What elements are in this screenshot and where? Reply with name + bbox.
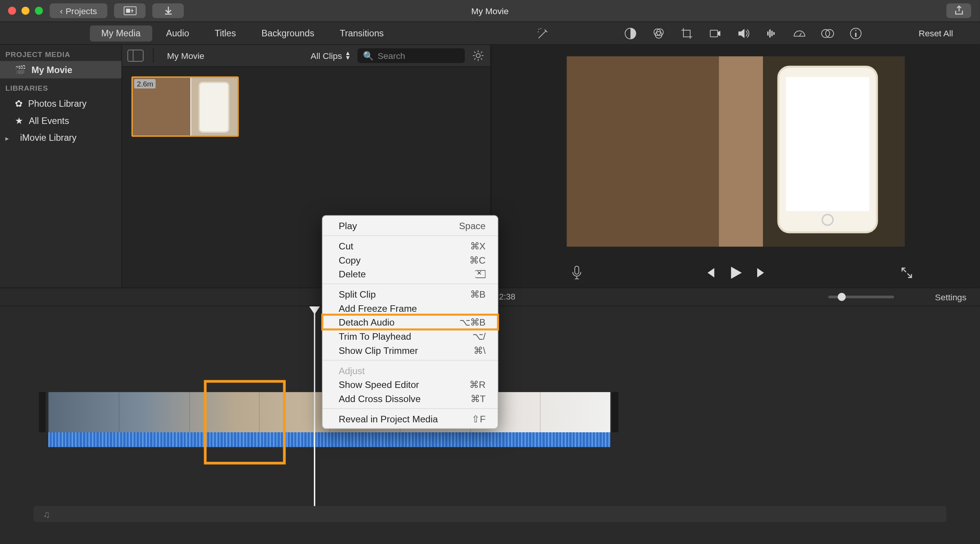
context-menu: PlaySpace Cut⌘X Copy⌘C Delete Split Clip… — [322, 215, 498, 429]
library-tabs-row: My Media Audio Titles Backgrounds Transi… — [0, 22, 980, 45]
viewer-canvas — [492, 45, 980, 258]
music-note-icon: ♫ — [43, 509, 50, 520]
browser-settings-icon[interactable] — [472, 49, 485, 62]
sidebar: PROJECT MEDIA 🎬 My Movie LIBRARIES ✿ Pho… — [0, 45, 122, 287]
selected-clip-highlight — [204, 380, 286, 464]
toggle-sidebar-icon[interactable] — [127, 50, 144, 62]
flower-icon: ✿ — [15, 98, 23, 109]
video-effects-icon[interactable] — [821, 26, 834, 40]
media-clip-thumbnail[interactable]: 2.6m — [131, 77, 238, 137]
sidebar-item-photos-library[interactable]: ✿ Photos Library — [0, 94, 121, 112]
voiceover-icon[interactable] — [571, 265, 583, 280]
ctx-add-freeze-frame[interactable]: Add Freeze Frame — [323, 301, 498, 315]
speed-icon[interactable] — [793, 26, 806, 40]
timeline-duration: 2:38 — [499, 292, 515, 302]
viewer-panel — [492, 45, 980, 287]
import-media-button[interactable] — [114, 3, 145, 18]
color-correction-icon[interactable] — [652, 26, 665, 40]
ctx-show-clip-trimmer[interactable]: Show Clip Trimmer⌘\ — [323, 343, 498, 357]
search-icon: 🔍 — [363, 50, 374, 60]
share-button[interactable] — [946, 3, 971, 18]
sidebar-item-imovie-library[interactable]: iMovie Library — [0, 129, 121, 146]
ctx-cut[interactable]: Cut⌘X — [323, 239, 498, 253]
ctx-adjust: Adjust — [323, 363, 498, 378]
reset-all-button[interactable]: Reset All — [919, 28, 953, 38]
svg-rect-1 — [126, 9, 130, 13]
tab-titles[interactable]: Titles — [203, 22, 247, 45]
audio-waveform[interactable] — [48, 432, 610, 447]
sidebar-heading-libraries: LIBRARIES — [0, 78, 121, 94]
zoom-window-icon[interactable] — [35, 7, 43, 15]
sidebar-heading-project-media: PROJECT MEDIA — [0, 45, 121, 61]
window-controls — [8, 7, 43, 15]
divider — [153, 48, 154, 63]
ctx-copy[interactable]: Copy⌘C — [323, 253, 498, 267]
minimize-window-icon[interactable] — [21, 7, 29, 15]
timeline-settings-button[interactable]: Settings — [935, 292, 966, 302]
clip-start-handle[interactable] — [39, 392, 46, 432]
ctx-separator — [323, 408, 498, 409]
stabilization-icon[interactable] — [708, 26, 722, 40]
ctx-add-cross-dissolve[interactable]: Add Cross Dissolve⌘T — [323, 391, 498, 406]
color-balance-icon[interactable] — [624, 26, 637, 40]
ctx-detach-audio[interactable]: Detach Audio⌥⌘B — [323, 315, 498, 329]
clapper-icon: 🎬 — [15, 64, 26, 75]
clip-filter-dropdown[interactable]: All Clips ▲▼ — [310, 50, 351, 60]
close-window-icon[interactable] — [8, 7, 16, 15]
clip-duration-badge: 2.6m — [134, 79, 156, 89]
preview-content — [777, 66, 878, 233]
ctx-separator — [323, 360, 498, 361]
playback-controls — [492, 258, 980, 288]
ctx-separator — [323, 283, 498, 284]
ctx-trim-to-playhead[interactable]: Trim To Playhead⌥/ — [323, 329, 498, 343]
tab-backgrounds[interactable]: Backgrounds — [250, 22, 326, 45]
updown-icon: ▲▼ — [345, 51, 351, 60]
fullscreen-icon[interactable] — [901, 267, 913, 279]
info-icon[interactable] — [849, 26, 862, 40]
clip-end-handle[interactable] — [612, 392, 619, 432]
adjust-toolbar — [537, 26, 886, 40]
svg-point-5 — [655, 31, 662, 38]
sidebar-item-all-events[interactable]: ★ All Events — [0, 112, 121, 130]
library-tabs: My Media Audio Titles Backgrounds Transi… — [90, 22, 395, 45]
tab-transitions[interactable]: Transitions — [328, 22, 395, 45]
projects-button[interactable]: ‹ Projects — [50, 3, 108, 18]
browser-breadcrumb: My Movie — [167, 50, 204, 60]
enhance-wand-icon[interactable] — [537, 26, 550, 40]
ctx-delete[interactable]: Delete — [323, 267, 498, 281]
search-placeholder: Search — [377, 50, 405, 60]
ctx-reveal-in-project-media[interactable]: Reveal in Project Media⇧F — [323, 412, 498, 426]
titlebar: ‹ Projects My Movie — [0, 0, 980, 22]
delete-key-icon — [475, 270, 485, 278]
ctx-separator — [323, 235, 498, 236]
background-music-track[interactable]: ♫ — [34, 506, 946, 522]
projects-label: Projects — [65, 6, 97, 16]
browser-toolbar: My Movie All Clips ▲▼ 🔍 Search — [122, 45, 490, 67]
thumbnail-content — [199, 82, 230, 133]
chevron-left-icon: ‹ — [60, 6, 63, 16]
preview-frame — [567, 56, 905, 247]
noise-reduction-icon[interactable] — [764, 26, 778, 40]
prev-frame-button[interactable] — [704, 267, 716, 279]
timeline-zoom-slider[interactable] — [828, 296, 894, 298]
sidebar-item-my-movie[interactable]: 🎬 My Movie — [0, 61, 121, 78]
document-title: My Movie — [471, 6, 508, 16]
tab-my-media[interactable]: My Media — [90, 25, 152, 41]
svg-rect-6 — [710, 30, 717, 37]
svg-point-10 — [476, 54, 480, 58]
tab-audio[interactable]: Audio — [155, 22, 201, 45]
crop-icon[interactable] — [680, 26, 694, 40]
play-button[interactable] — [728, 265, 744, 281]
search-input[interactable]: 🔍 Search — [358, 48, 465, 63]
volume-icon[interactable] — [737, 26, 750, 40]
download-button[interactable] — [152, 3, 184, 18]
ctx-split-clip[interactable]: Split Clip⌘B — [323, 287, 498, 301]
svg-rect-11 — [575, 266, 579, 274]
next-frame-button[interactable] — [756, 267, 768, 279]
ctx-play[interactable]: PlaySpace — [323, 218, 498, 233]
star-icon: ★ — [15, 115, 24, 126]
ctx-show-speed-editor[interactable]: Show Speed Editor⌘R — [323, 377, 498, 391]
playhead[interactable] — [314, 308, 315, 509]
